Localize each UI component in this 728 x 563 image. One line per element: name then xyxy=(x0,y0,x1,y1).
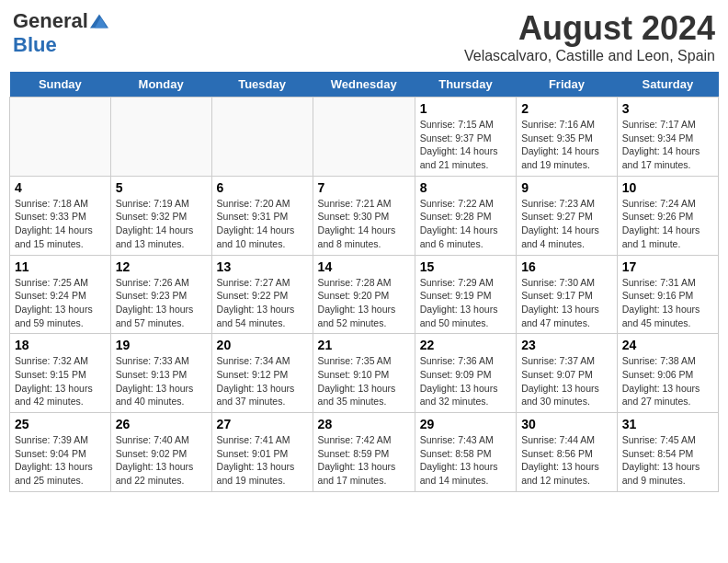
calendar-cell: 4Sunrise: 7:18 AM Sunset: 9:33 PM Daylig… xyxy=(10,176,111,255)
cell-date: 23 xyxy=(521,338,612,352)
cell-info: Sunrise: 7:17 AM Sunset: 9:34 PM Dayligh… xyxy=(622,118,713,172)
title-block: August 2024 Velascalvaro, Castille and L… xyxy=(464,9,715,64)
cell-date: 1 xyxy=(420,101,511,116)
day-header-thursday: Thursday xyxy=(415,72,516,98)
cell-info: Sunrise: 7:26 AM Sunset: 9:23 PM Dayligh… xyxy=(116,276,207,330)
cell-info: Sunrise: 7:23 AM Sunset: 9:27 PM Dayligh… xyxy=(521,197,612,251)
cell-date: 11 xyxy=(15,259,106,274)
day-header-tuesday: Tuesday xyxy=(211,72,313,98)
cell-date: 13 xyxy=(217,259,308,274)
cell-info: Sunrise: 7:43 AM Sunset: 8:58 PM Dayligh… xyxy=(420,433,511,488)
calendar-cell: 6Sunrise: 7:20 AM Sunset: 9:31 PM Daylig… xyxy=(211,176,313,255)
calendar-cell: 27Sunrise: 7:41 AM Sunset: 9:01 PM Dayli… xyxy=(211,413,313,492)
calendar-cell: 30Sunrise: 7:44 AM Sunset: 8:56 PM Dayli… xyxy=(517,413,618,492)
week-row-5: 25Sunrise: 7:39 AM Sunset: 9:04 PM Dayli… xyxy=(10,413,719,492)
calendar-cell xyxy=(10,98,111,177)
cell-date: 26 xyxy=(116,417,207,431)
cell-info: Sunrise: 7:27 AM Sunset: 9:22 PM Dayligh… xyxy=(217,276,308,330)
calendar-cell: 12Sunrise: 7:26 AM Sunset: 9:23 PM Dayli… xyxy=(110,255,211,334)
cell-info: Sunrise: 7:42 AM Sunset: 8:59 PM Dayligh… xyxy=(318,433,410,488)
cell-date: 4 xyxy=(15,180,106,195)
calendar-cell xyxy=(313,98,415,177)
cell-info: Sunrise: 7:29 AM Sunset: 9:19 PM Dayligh… xyxy=(420,276,511,330)
calendar-cell: 14Sunrise: 7:28 AM Sunset: 9:20 PM Dayli… xyxy=(313,255,415,334)
calendar-cell: 7Sunrise: 7:21 AM Sunset: 9:30 PM Daylig… xyxy=(313,176,415,255)
calendar-cell: 3Sunrise: 7:17 AM Sunset: 9:34 PM Daylig… xyxy=(617,98,718,177)
logo-icon xyxy=(90,12,108,30)
calendar-cell: 17Sunrise: 7:31 AM Sunset: 9:16 PM Dayli… xyxy=(617,255,718,334)
header-row: SundayMondayTuesdayWednesdayThursdayFrid… xyxy=(10,72,719,98)
calendar-cell: 10Sunrise: 7:24 AM Sunset: 9:26 PM Dayli… xyxy=(617,176,718,255)
cell-info: Sunrise: 7:15 AM Sunset: 9:37 PM Dayligh… xyxy=(420,118,511,172)
cell-date: 21 xyxy=(318,338,410,352)
cell-info: Sunrise: 7:45 AM Sunset: 8:54 PM Dayligh… xyxy=(622,433,713,488)
calendar-cell: 24Sunrise: 7:38 AM Sunset: 9:06 PM Dayli… xyxy=(617,334,718,413)
cell-info: Sunrise: 7:35 AM Sunset: 9:10 PM Dayligh… xyxy=(318,354,410,408)
logo: General Blue xyxy=(13,9,108,57)
cell-date: 19 xyxy=(116,338,207,352)
calendar-cell: 15Sunrise: 7:29 AM Sunset: 9:19 PM Dayli… xyxy=(415,255,516,334)
cell-date: 2 xyxy=(521,101,612,116)
week-row-3: 11Sunrise: 7:25 AM Sunset: 9:24 PM Dayli… xyxy=(10,255,719,334)
cell-date: 25 xyxy=(15,417,106,431)
cell-date: 6 xyxy=(217,180,308,195)
cell-date: 18 xyxy=(15,338,106,352)
cell-info: Sunrise: 7:28 AM Sunset: 9:20 PM Dayligh… xyxy=(318,276,410,330)
cell-date: 15 xyxy=(420,259,511,274)
day-header-friday: Friday xyxy=(517,72,618,98)
calendar-cell: 19Sunrise: 7:33 AM Sunset: 9:13 PM Dayli… xyxy=(110,334,211,413)
calendar-cell: 22Sunrise: 7:36 AM Sunset: 9:09 PM Dayli… xyxy=(415,334,516,413)
cell-date: 8 xyxy=(420,180,511,195)
calendar-cell: 1Sunrise: 7:15 AM Sunset: 9:37 PM Daylig… xyxy=(415,98,516,177)
calendar-cell: 20Sunrise: 7:34 AM Sunset: 9:12 PM Dayli… xyxy=(211,334,313,413)
cell-info: Sunrise: 7:25 AM Sunset: 9:24 PM Dayligh… xyxy=(15,276,106,330)
calendar-cell: 31Sunrise: 7:45 AM Sunset: 8:54 PM Dayli… xyxy=(617,413,718,492)
cell-date: 7 xyxy=(318,180,410,195)
cell-info: Sunrise: 7:30 AM Sunset: 9:17 PM Dayligh… xyxy=(521,276,612,330)
cell-info: Sunrise: 7:24 AM Sunset: 9:26 PM Dayligh… xyxy=(622,197,713,251)
cell-date: 24 xyxy=(622,338,713,352)
cell-info: Sunrise: 7:21 AM Sunset: 9:30 PM Dayligh… xyxy=(318,197,410,251)
calendar-title: August 2024 xyxy=(464,9,715,48)
calendar-cell: 11Sunrise: 7:25 AM Sunset: 9:24 PM Dayli… xyxy=(10,255,111,334)
calendar-cell: 26Sunrise: 7:40 AM Sunset: 9:02 PM Dayli… xyxy=(110,413,211,492)
cell-info: Sunrise: 7:38 AM Sunset: 9:06 PM Dayligh… xyxy=(622,354,713,408)
cell-info: Sunrise: 7:36 AM Sunset: 9:09 PM Dayligh… xyxy=(420,354,511,408)
day-header-saturday: Saturday xyxy=(617,72,718,98)
calendar-cell: 29Sunrise: 7:43 AM Sunset: 8:58 PM Dayli… xyxy=(415,413,516,492)
calendar-cell: 18Sunrise: 7:32 AM Sunset: 9:15 PM Dayli… xyxy=(10,334,111,413)
cell-info: Sunrise: 7:22 AM Sunset: 9:28 PM Dayligh… xyxy=(420,197,511,251)
week-row-1: 1Sunrise: 7:15 AM Sunset: 9:37 PM Daylig… xyxy=(10,98,719,177)
calendar-cell: 5Sunrise: 7:19 AM Sunset: 9:32 PM Daylig… xyxy=(110,176,211,255)
week-row-2: 4Sunrise: 7:18 AM Sunset: 9:33 PM Daylig… xyxy=(10,176,719,255)
cell-date: 10 xyxy=(622,180,713,195)
cell-date: 27 xyxy=(217,417,308,431)
cell-date: 9 xyxy=(521,180,612,195)
calendar-subtitle: Velascalvaro, Castille and Leon, Spain xyxy=(464,48,715,64)
cell-info: Sunrise: 7:33 AM Sunset: 9:13 PM Dayligh… xyxy=(116,354,207,408)
day-header-monday: Monday xyxy=(110,72,211,98)
calendar-cell xyxy=(211,98,313,177)
cell-date: 20 xyxy=(217,338,308,352)
cell-info: Sunrise: 7:37 AM Sunset: 9:07 PM Dayligh… xyxy=(521,354,612,408)
logo-general-text: General xyxy=(13,9,88,33)
week-row-4: 18Sunrise: 7:32 AM Sunset: 9:15 PM Dayli… xyxy=(10,334,719,413)
cell-date: 30 xyxy=(521,417,612,431)
cell-info: Sunrise: 7:32 AM Sunset: 9:15 PM Dayligh… xyxy=(15,354,106,408)
day-header-sunday: Sunday xyxy=(10,72,111,98)
calendar-cell xyxy=(110,98,211,177)
calendar-cell: 8Sunrise: 7:22 AM Sunset: 9:28 PM Daylig… xyxy=(415,176,516,255)
calendar-cell: 28Sunrise: 7:42 AM Sunset: 8:59 PM Dayli… xyxy=(313,413,415,492)
cell-date: 29 xyxy=(420,417,511,431)
cell-info: Sunrise: 7:19 AM Sunset: 9:32 PM Dayligh… xyxy=(116,197,207,251)
cell-date: 14 xyxy=(318,259,410,274)
day-header-wednesday: Wednesday xyxy=(313,72,415,98)
cell-date: 16 xyxy=(521,259,612,274)
calendar-cell: 25Sunrise: 7:39 AM Sunset: 9:04 PM Dayli… xyxy=(10,413,111,492)
page-header: General Blue August 2024 Velascalvaro, C… xyxy=(9,9,719,64)
cell-date: 3 xyxy=(622,101,713,116)
cell-info: Sunrise: 7:44 AM Sunset: 8:56 PM Dayligh… xyxy=(521,433,612,488)
calendar-cell: 21Sunrise: 7:35 AM Sunset: 9:10 PM Dayli… xyxy=(313,334,415,413)
cell-date: 12 xyxy=(116,259,207,274)
calendar-cell: 9Sunrise: 7:23 AM Sunset: 9:27 PM Daylig… xyxy=(517,176,618,255)
